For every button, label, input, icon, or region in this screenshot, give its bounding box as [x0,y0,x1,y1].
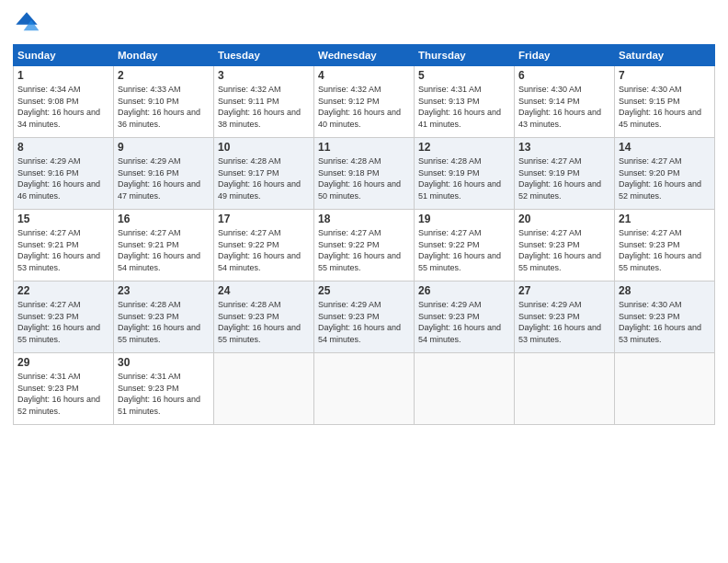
day-info: Sunrise: 4:34 AMSunset: 9:08 PMDaylight:… [17,84,109,130]
table-row: 5Sunrise: 4:31 AMSunset: 9:13 PMDaylight… [415,66,515,138]
day-number: 5 [418,69,510,82]
day-number: 26 [418,284,510,297]
table-row [515,353,615,425]
day-info: Sunrise: 4:29 AMSunset: 9:23 PMDaylight:… [518,299,610,345]
table-row: 10Sunrise: 4:28 AMSunset: 9:17 PMDayligh… [214,138,314,210]
table-row: 8Sunrise: 4:29 AMSunset: 9:16 PMDaylight… [14,138,114,210]
day-number: 11 [318,141,410,154]
table-row: 21Sunrise: 4:27 AMSunset: 9:23 PMDayligh… [615,210,715,282]
table-row [415,353,515,425]
table-row: 19Sunrise: 4:27 AMSunset: 9:22 PMDayligh… [415,210,515,282]
day-info: Sunrise: 4:27 AMSunset: 9:23 PMDaylight:… [619,227,711,273]
day-info: Sunrise: 4:28 AMSunset: 9:19 PMDaylight:… [418,155,510,201]
day-number: 17 [218,213,310,225]
page-header [13,9,715,37]
day-info: Sunrise: 4:30 AMSunset: 9:23 PMDaylight:… [619,299,711,345]
day-number: 12 [418,141,510,154]
table-row: 3Sunrise: 4:32 AMSunset: 9:11 PMDaylight… [214,66,314,138]
table-row [615,353,715,425]
day-number: 13 [518,141,610,154]
day-number: 20 [518,213,610,225]
day-number: 2 [118,69,210,82]
table-row: 15Sunrise: 4:27 AMSunset: 9:21 PMDayligh… [14,210,114,282]
table-row: 17Sunrise: 4:27 AMSunset: 9:22 PMDayligh… [214,210,314,282]
day-number: 4 [318,69,410,82]
col-monday: Monday [114,45,214,66]
day-info: Sunrise: 4:28 AMSunset: 9:18 PMDaylight:… [318,155,410,201]
day-number: 30 [118,356,210,369]
day-number: 22 [17,284,109,297]
day-number: 15 [17,213,109,225]
day-number: 10 [218,141,310,154]
col-sunday: Sunday [14,45,114,66]
day-number: 8 [17,141,109,154]
table-row: 1Sunrise: 4:34 AMSunset: 9:08 PMDaylight… [14,66,114,138]
logo [13,9,44,37]
col-tuesday: Tuesday [214,45,314,66]
table-row: 23Sunrise: 4:28 AMSunset: 9:23 PMDayligh… [114,282,214,353]
day-info: Sunrise: 4:29 AMSunset: 9:23 PMDaylight:… [318,299,410,345]
day-info: Sunrise: 4:27 AMSunset: 9:22 PMDaylight:… [218,227,310,273]
table-row: 22Sunrise: 4:27 AMSunset: 9:23 PMDayligh… [14,282,114,353]
day-number: 29 [17,356,109,369]
day-info: Sunrise: 4:27 AMSunset: 9:21 PMDaylight:… [118,227,210,273]
col-wednesday: Wednesday [314,45,415,66]
day-info: Sunrise: 4:30 AMSunset: 9:14 PMDaylight:… [518,84,610,130]
table-row [314,353,415,425]
table-row: 13Sunrise: 4:27 AMSunset: 9:19 PMDayligh… [515,138,615,210]
day-number: 18 [318,213,410,225]
table-row: 6Sunrise: 4:30 AMSunset: 9:14 PMDaylight… [515,66,615,138]
day-info: Sunrise: 4:29 AMSunset: 9:16 PMDaylight:… [17,155,109,201]
day-number: 25 [318,284,410,297]
table-row: 16Sunrise: 4:27 AMSunset: 9:21 PMDayligh… [114,210,214,282]
table-row: 27Sunrise: 4:29 AMSunset: 9:23 PMDayligh… [515,282,615,353]
table-row: 14Sunrise: 4:27 AMSunset: 9:20 PMDayligh… [615,138,715,210]
day-number: 6 [518,69,610,82]
day-number: 16 [118,213,210,225]
table-row: 4Sunrise: 4:32 AMSunset: 9:12 PMDaylight… [314,66,415,138]
calendar-week-row: 8Sunrise: 4:29 AMSunset: 9:16 PMDaylight… [14,138,715,210]
day-number: 1 [17,69,109,82]
header-row: Sunday Monday Tuesday Wednesday Thursday… [14,45,715,66]
day-info: Sunrise: 4:29 AMSunset: 9:23 PMDaylight:… [418,299,510,345]
table-row: 9Sunrise: 4:29 AMSunset: 9:16 PMDaylight… [114,138,214,210]
col-saturday: Saturday [615,45,715,66]
calendar-week-row: 15Sunrise: 4:27 AMSunset: 9:21 PMDayligh… [14,210,715,282]
day-info: Sunrise: 4:31 AMSunset: 9:13 PMDaylight:… [418,84,510,130]
day-info: Sunrise: 4:28 AMSunset: 9:23 PMDaylight:… [218,299,310,345]
table-row: 2Sunrise: 4:33 AMSunset: 9:10 PMDaylight… [114,66,214,138]
day-number: 14 [619,141,711,154]
day-info: Sunrise: 4:27 AMSunset: 9:19 PMDaylight:… [518,155,610,201]
day-info: Sunrise: 4:27 AMSunset: 9:21 PMDaylight:… [17,227,109,273]
table-row: 26Sunrise: 4:29 AMSunset: 9:23 PMDayligh… [415,282,515,353]
day-number: 9 [118,141,210,154]
table-row: 29Sunrise: 4:31 AMSunset: 9:23 PMDayligh… [14,353,114,425]
calendar-week-row: 29Sunrise: 4:31 AMSunset: 9:23 PMDayligh… [14,353,715,425]
calendar-table: Sunday Monday Tuesday Wednesday Thursday… [13,44,715,425]
day-number: 23 [118,284,210,297]
table-row: 7Sunrise: 4:30 AMSunset: 9:15 PMDaylight… [615,66,715,138]
day-info: Sunrise: 4:28 AMSunset: 9:17 PMDaylight:… [218,155,310,201]
calendar-week-row: 22Sunrise: 4:27 AMSunset: 9:23 PMDayligh… [14,282,715,353]
day-number: 7 [619,69,711,82]
table-row: 18Sunrise: 4:27 AMSunset: 9:22 PMDayligh… [314,210,415,282]
table-row: 25Sunrise: 4:29 AMSunset: 9:23 PMDayligh… [314,282,415,353]
table-row: 30Sunrise: 4:31 AMSunset: 9:23 PMDayligh… [114,353,214,425]
day-info: Sunrise: 4:27 AMSunset: 9:23 PMDaylight:… [518,227,610,273]
day-info: Sunrise: 4:32 AMSunset: 9:11 PMDaylight:… [218,84,310,130]
day-number: 27 [518,284,610,297]
day-info: Sunrise: 4:29 AMSunset: 9:16 PMDaylight:… [118,155,210,201]
table-row [214,353,314,425]
table-row: 28Sunrise: 4:30 AMSunset: 9:23 PMDayligh… [615,282,715,353]
svg-marker-0 [16,12,37,24]
calendar-week-row: 1Sunrise: 4:34 AMSunset: 9:08 PMDaylight… [14,66,715,138]
day-info: Sunrise: 4:32 AMSunset: 9:12 PMDaylight:… [318,84,410,130]
table-row: 20Sunrise: 4:27 AMSunset: 9:23 PMDayligh… [515,210,615,282]
day-number: 21 [619,213,711,225]
day-number: 3 [218,69,310,82]
table-row: 24Sunrise: 4:28 AMSunset: 9:23 PMDayligh… [214,282,314,353]
day-info: Sunrise: 4:27 AMSunset: 9:22 PMDaylight:… [318,227,410,273]
col-thursday: Thursday [415,45,515,66]
day-info: Sunrise: 4:31 AMSunset: 9:23 PMDaylight:… [17,371,109,417]
col-friday: Friday [515,45,615,66]
